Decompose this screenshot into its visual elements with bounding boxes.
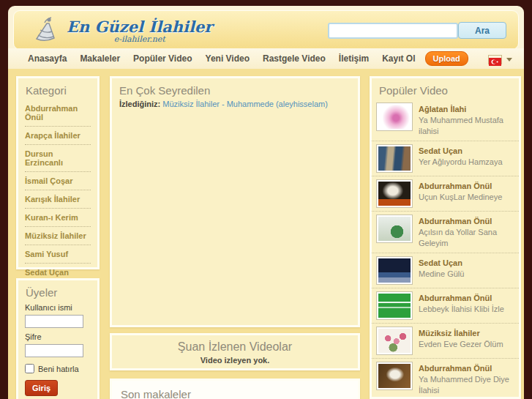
category-item[interactable]: Müziksiz İlahiler [25,227,91,245]
popular-video-item[interactable]: Abdurrahman Önül Lebbeyk İlahisi Klibi İ… [372,288,519,324]
video-thumbnail [377,362,412,389]
watching-video-link[interactable]: Müziksiz İlahiler - Muhammede (aleyhisse… [162,100,328,108]
site-title: En Güzel İlahiler [67,18,212,36]
turkish-flag-icon [488,55,502,64]
most-watched-box: En Çok Seyredilen İzlediğiniz: Müziksiz … [110,76,360,327]
remember-me-checkbox[interactable] [25,364,34,373]
video-title: Yer Ağlıyordu Hamzaya [419,157,503,168]
video-thumbnail [377,292,412,319]
video-artist: Abdurrahman Önül [419,363,514,374]
popular-video-item[interactable]: Abdurrahman Önül Ya Muhammed Diye Diye İ… [372,359,519,399]
popular-video-item[interactable]: Sedat Uçan Yer Ağlıyordu Hamzaya [372,141,519,176]
whirling-dervish-icon [29,14,62,48]
now-watching-title: Şuan İzlenen Videolar [112,340,358,354]
video-artist: Abdurrahman Önül [419,181,502,192]
category-item[interactable]: Arapça İlahiler [25,127,91,145]
popular-video-title: Popüler Video [379,84,512,97]
category-item[interactable]: Kuran-ı Kerim [25,209,91,227]
nav-makaleler[interactable]: Makaleler [73,53,127,64]
popular-video-item[interactable]: Ağlatan İlahi Ya Muhammed Mustafa ilahis… [372,100,519,141]
video-thumbnail [377,180,412,207]
page-container: En Güzel İlahiler e-ilahiler.net Ara Ana… [8,6,524,399]
chevron-down-icon [506,58,512,61]
video-artist: Müziksiz İlahiler [419,328,503,339]
nav-anasayfa[interactable]: Anasayfa [21,53,73,64]
password-field[interactable] [25,344,83,357]
now-watching-empty-text: Video izleyen yok. [112,356,358,365]
search-button[interactable]: Ara [458,22,506,39]
username-label: Kullanıcı ismi [25,303,91,312]
video-title: Lebbeyk İlahisi Klibi İzle [419,304,504,315]
video-title: Ya Muhammed Diye Diye İlahisi [419,374,514,396]
password-label: Şifre [25,332,91,341]
video-thumbnail [377,327,412,354]
video-title: Açılsın da Yollar Sana Geleyim [419,227,514,249]
popular-video-item[interactable]: Abdurrahman Önül Uçun KuşLar Medineye [372,176,519,212]
login-button[interactable]: Giriş [25,380,58,396]
site-header: En Güzel İlahiler e-ilahiler.net Ara [13,10,519,50]
members-panel: Üyeler Kullanıcı ismi Şifre Beni hatırla… [16,278,100,399]
popular-video-item[interactable]: Müziksiz İlahiler Evden Eve Gezer Ölüm [372,324,519,359]
categories-panel: Kategori Abdurrahman Önül Arapça İlahile… [16,76,100,269]
video-thumbnail [377,103,412,130]
video-artist: Sedat Uçan [419,258,464,269]
search-input[interactable] [328,23,458,39]
category-item[interactable]: Karışık İlahiler [25,190,91,209]
video-title: Evden Eve Gezer Ölüm [419,339,503,350]
now-watching-box: Şuan İzlenen Videolar Video izleyen yok. [110,333,360,370]
video-thumbnail [377,215,412,242]
category-item[interactable]: Abdurrahman Önül [25,100,91,127]
video-artist: Abdurrahman Önül [419,293,504,304]
articles-title: Son makaleler [121,388,349,399]
video-title: Ya Muhammed Mustafa ilahisi [419,115,514,137]
language-selector[interactable] [488,55,512,64]
categories-list: Abdurrahman Önül Arapça İlahiler Dursun … [25,100,91,300]
video-thumbnail [377,145,412,172]
video-artist: Ağlatan İlahi [419,104,514,115]
popular-video-panel: Popüler Video Ağlatan İlahi Ya Muhammed … [370,76,521,399]
nav-populer-video[interactable]: Popüler Video [127,53,198,64]
video-thumbnail [377,257,412,284]
categories-title: Kategori [26,84,90,97]
video-title: Medine Gülü [419,269,464,280]
nav-yeni-video[interactable]: Yeni Video [199,53,256,64]
nav-iletisim[interactable]: İletişim [332,53,375,64]
members-title: Üyeler [26,286,90,299]
category-item[interactable]: Sami Yusuf [25,245,91,264]
username-field[interactable] [25,315,83,328]
video-player-area[interactable] [112,110,358,307]
content-area: Kategori Abdurrahman Önül Arapça İlahile… [8,69,524,399]
watching-label: İzlediğiniz: [119,100,160,108]
nav-rastgele-video[interactable]: Rastgele Video [256,53,332,64]
popular-video-item[interactable]: Sedat Uçan Medine Gülü [372,253,519,288]
category-item[interactable]: İsmail Çoşar [25,172,91,190]
category-item[interactable]: Dursun Erzincanlı [25,145,91,172]
video-artist: Abdurrahman Önül [419,216,514,227]
site-logo[interactable]: En Güzel İlahiler e-ilahiler.net [29,14,212,48]
popular-video-item[interactable]: Abdurrahman Önül Açılsın da Yollar Sana … [372,212,519,253]
upload-button[interactable]: Upload [425,51,468,66]
nav-kayit-ol[interactable]: Kayıt Ol [375,53,422,64]
remember-me-label: Beni hatırla [38,365,79,373]
video-artist: Sedat Uçan [419,146,503,157]
articles-box: Son makaleler [110,379,360,399]
main-nav: Anasayfa Makaleler Popüler Video Yeni Vi… [8,48,524,69]
video-title: Uçun KuşLar Medineye [419,192,502,203]
most-watched-title: En Çok Seyredilen [119,84,351,97]
